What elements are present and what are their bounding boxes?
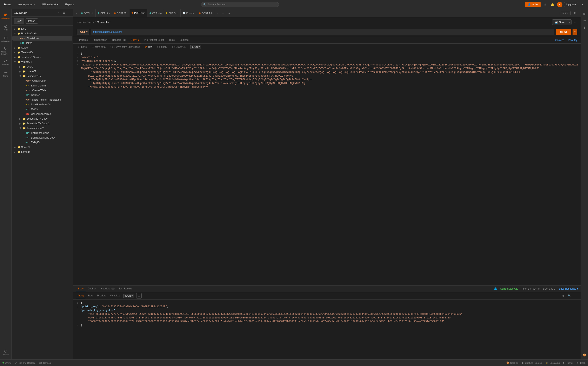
radio-graphql[interactable]: GraphQL: [171, 45, 187, 49]
sidebar-item-apis[interactable]: APIs: [1, 22, 10, 33]
radio-raw[interactable]: raw: [144, 45, 153, 49]
cookies-button[interactable]: 🍪 Cookies: [506, 361, 518, 364]
tab-get-http[interactable]: GET http: [96, 9, 112, 17]
tab-post-cre[interactable]: POST Cre: [129, 9, 147, 17]
sidebar-item-sendrawtransfer[interactable]: PUT SendRawTransfer: [12, 102, 72, 107]
resp-format-pretty[interactable]: Pretty: [76, 293, 86, 298]
info-icon[interactable]: ℹ: [582, 25, 587, 30]
runner-button[interactable]: ▶ Runner: [563, 361, 573, 364]
tab-promis[interactable]: 📄 Promis: [181, 9, 197, 17]
new-button[interactable]: New: [14, 18, 24, 24]
invite-button[interactable]: 👤 Invite: [525, 2, 540, 7]
sidebar-item-maketransfer[interactable]: POST MakeTransfer Transaction: [12, 98, 72, 102]
sidebar-item-listtransactions-copy[interactable]: GET ListTransactions Copy: [12, 136, 72, 140]
environment-quick-look[interactable]: 👁: [572, 10, 578, 16]
nav-explore[interactable]: Explore: [64, 2, 76, 7]
sidebar-item-usersv2[interactable]: ▶ 📁 UsersV2: [12, 69, 72, 74]
sidebar-item-mock-servers[interactable]: Mock Servers: [1, 45, 10, 56]
save-main-button[interactable]: 💾 Save: [552, 20, 567, 25]
sidebar-item-scheduledtx[interactable]: ▶ 📁 ScheduledTx: [12, 74, 72, 78]
bootcamp-button[interactable]: 🎓 Bootcamp: [546, 361, 560, 364]
resp-tab-headers[interactable]: Headers 3: [99, 285, 117, 292]
more-options-button[interactable]: ···: [573, 20, 577, 24]
sidebar-item-st-createuser[interactable]: POST Create User: [12, 79, 72, 83]
notifications-icon[interactable]: 🔔: [550, 2, 556, 8]
avatar[interactable]: S: [557, 2, 563, 7]
settings-icon[interactable]: ⚙: [542, 2, 548, 8]
sidebar-item-collections[interactable]: Collections: [1, 11, 10, 21]
cookies-link[interactable]: Cookies: [555, 39, 564, 42]
import-button[interactable]: Import: [25, 18, 38, 24]
sidebar-item-kyc[interactable]: ▶ 📁 KYC: [12, 27, 72, 31]
sidebar-item-scheduledtx-copy2[interactable]: ▶ 📁 ScheduledTx Copy 2: [12, 121, 72, 126]
tab-post-ma[interactable]: POST Ma: [112, 9, 129, 17]
sidebar-item-scheduledtx-copy[interactable]: ▶ 📁 ScheduledTx Copy: [12, 116, 72, 121]
tab-pre-request[interactable]: Pre-request Script: [142, 37, 166, 43]
tab-tests[interactable]: Tests: [166, 37, 177, 43]
sidebar-item-environments[interactable]: Environments: [1, 34, 10, 45]
resp-format-raw[interactable]: Raw: [86, 293, 95, 298]
radio-urlencoded[interactable]: x-www-form-urlencoded: [109, 45, 141, 49]
new-collection-button[interactable]: +: [56, 10, 61, 15]
console-button[interactable]: ⌨ Console: [39, 361, 51, 364]
radio-form-data[interactable]: form-data: [90, 45, 107, 49]
find-replace-button[interactable]: ⊕ Find and Replace: [15, 361, 35, 364]
search-response-button[interactable]: 🔍: [567, 293, 572, 298]
sidebar-item-users[interactable]: ▶ 📁 Users: [12, 64, 72, 69]
menu-expand-icon[interactable]: ▾: [580, 2, 586, 8]
resp-format-visualize[interactable]: Visualize: [108, 293, 122, 298]
sidebar-item-lambda[interactable]: ▶ 📁 Lambda: [12, 150, 72, 154]
sidebar-item-promisecards[interactable]: ▶ 📁 PromiseCards: [12, 31, 72, 36]
sidebar-item-walletapi[interactable]: ▶ 📁 WalletAPI: [12, 60, 72, 64]
tab-put-sen[interactable]: PUT Sen: [164, 9, 180, 17]
tab-body[interactable]: Body: [128, 37, 142, 43]
cookie-icon[interactable]: 🍪: [582, 352, 587, 358]
save-response-button[interactable]: Save Response ▾: [559, 287, 578, 290]
radio-none[interactable]: none: [77, 45, 88, 49]
nav-api-network[interactable]: API Network ▾: [40, 2, 60, 7]
url-input[interactable]: [91, 29, 555, 35]
sidebar-item-teadev-io[interactable]: ▶ 📁 Teadev-IO: [12, 50, 72, 55]
trash-button[interactable]: 🗑 Trash: [576, 361, 586, 364]
format-selector[interactable]: JSON ▾: [190, 45, 201, 49]
save-button[interactable]: 💾 Save ▾: [552, 19, 572, 25]
sidebar-item-email-confirm[interactable]: PUT Email Confirm: [12, 83, 72, 88]
resp-tab-test-results[interactable]: Test Results: [117, 285, 134, 292]
filter-icon[interactable]: ☰: [61, 10, 66, 15]
code-icon[interactable]: </>: [582, 18, 587, 23]
sidebar-item-listtransactions[interactable]: GET ListTransactions: [12, 131, 72, 135]
tab-headers[interactable]: Headers 9: [110, 37, 128, 43]
filter-response-button[interactable]: ⚌: [136, 293, 142, 298]
resp-tab-body[interactable]: Body: [76, 285, 86, 292]
upgrade-button[interactable]: Upgrade: [564, 2, 578, 7]
sidebar-item-history[interactable]: History: [1, 347, 10, 358]
save-dropdown-button[interactable]: ▾: [567, 20, 571, 25]
tab-get-http2[interactable]: GET http: [147, 9, 164, 17]
beautify-button[interactable]: Beautify: [566, 37, 577, 43]
radio-binary[interactable]: binary: [156, 45, 169, 49]
search-bar[interactable]: 🔍 Search Postman: [201, 2, 279, 7]
sidebar-item-teadev-io-service[interactable]: ▶ 📁 Teadev.IO Service: [12, 55, 72, 60]
sidebar-item-stripe[interactable]: ▶ 📁 Stripe: [12, 46, 72, 50]
sidebar-item-txbyid[interactable]: GET TXByID: [12, 140, 72, 145]
nav-home[interactable]: Home: [2, 2, 13, 7]
request-body-editor[interactable]: 1 { 2 "nick":"den", 3 "valible_after_hou…: [73, 50, 580, 285]
sidebar-item-sharec[interactable]: ▶ 📁 ShareC: [12, 145, 72, 149]
sidebar-item-gettx[interactable]: GET GetTX: [12, 107, 72, 112]
tab-post-tok[interactable]: POST Tok: [197, 9, 215, 17]
sidebar-item-monitors[interactable]: Monitors: [1, 57, 10, 68]
more-options-icon[interactable]: ···: [66, 10, 71, 15]
layout-icon[interactable]: ⊞: [582, 11, 587, 16]
method-selector[interactable]: POST ▾: [77, 29, 89, 35]
sidebar-item-flows[interactable]: Flows: [1, 68, 10, 79]
test-environment[interactable]: Test ▾: [560, 11, 571, 15]
tab-authorization[interactable]: Authorization: [90, 37, 110, 43]
minimize-response-button[interactable]: —: [573, 293, 578, 298]
tab-prev-button[interactable]: ‹: [74, 11, 79, 16]
sidebar-item-createuser[interactable]: POST CreateUser: [12, 36, 72, 41]
tab-get-list[interactable]: GET List: [79, 9, 96, 17]
breadcrumb-parent[interactable]: PromiseCards: [77, 21, 94, 24]
sidebar-item-cancelscheduled[interactable]: DEL Cancel Scheduled: [12, 112, 72, 116]
tab-settings[interactable]: Settings: [177, 37, 191, 43]
tab-next-button[interactable]: ›: [215, 11, 220, 16]
